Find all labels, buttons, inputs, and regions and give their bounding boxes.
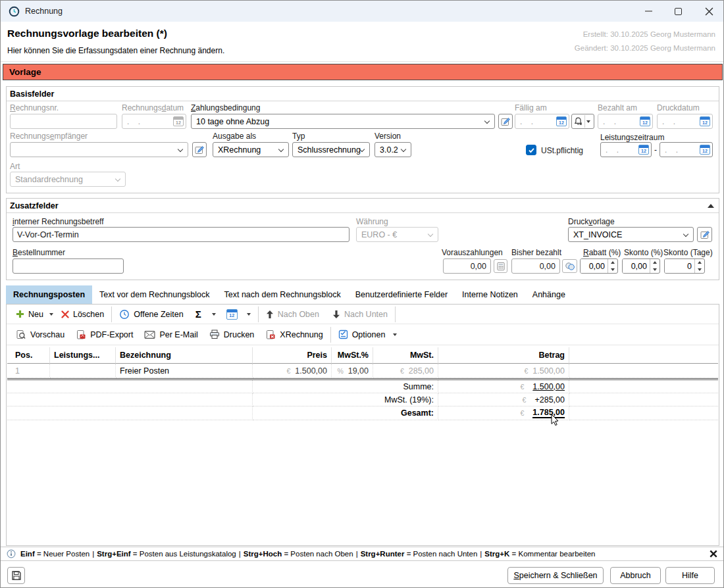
calendar-icon[interactable] [556, 116, 567, 126]
sum-button[interactable]: Σ [192, 306, 220, 322]
spin-buttons[interactable] [650, 259, 659, 273]
art-select[interactable]: Standardrechnung [10, 172, 126, 187]
skonto-pct-input[interactable] [623, 259, 650, 273]
hint-key: Strg+Runter [361, 550, 405, 558]
payments-button[interactable] [562, 259, 577, 273]
offene-zeiten-label: Offene Zeiten [134, 310, 184, 319]
chevron-down-icon [49, 313, 53, 316]
bestellnummer-input[interactable] [13, 258, 124, 274]
cell-spacer [569, 364, 718, 378]
druckvorlage-select[interactable]: XT_INVOICE [568, 227, 694, 242]
skonto-tage-input[interactable] [665, 259, 694, 273]
zahlungsbedingung-select[interactable]: 10 tage ohne Abzug [191, 114, 495, 129]
save-button[interactable] [7, 567, 25, 584]
summe-value-cell: €1.500,00 [438, 380, 569, 393]
ausgabe-als-value: XRechnung [218, 145, 261, 155]
zahlungsbedingung-label: Zahlungsbedingung [191, 103, 260, 112]
rechnungsempfaenger-select[interactable] [10, 142, 188, 157]
loeschen-button[interactable]: Löschen [57, 306, 108, 322]
calendar-icon[interactable] [700, 116, 710, 126]
typ-select[interactable]: Schlussrechnung [292, 142, 370, 157]
druckdatum-field[interactable]: . . [657, 114, 713, 129]
spin-down-icon [653, 268, 657, 271]
mwst-summary-value: +285,00 [534, 395, 565, 404]
faellig-am-field[interactable]: . . [515, 114, 569, 129]
mwst-value: 285,00 [409, 366, 434, 376]
calendar-tool-button[interactable] [222, 306, 255, 322]
per-email-button[interactable]: Per E-Mail [140, 327, 201, 343]
maximize-button[interactable] [665, 1, 690, 22]
pdf-export-button[interactable]: PDF-Export [72, 327, 137, 343]
cell-leistung[interactable] [50, 364, 116, 378]
offene-zeiten-button[interactable]: Offene Zeiten [115, 306, 188, 322]
ust-pflichtig-checkbox[interactable] [526, 145, 536, 155]
calendar-icon[interactable] [173, 116, 184, 126]
drucken-button[interactable]: Drucken [205, 327, 259, 343]
betreff-input[interactable] [13, 227, 349, 242]
col-header-mwst[interactable]: MwSt. [373, 347, 438, 364]
cell-mwst[interactable]: €285,00 [373, 364, 438, 378]
bezahlt-am-field[interactable]: . . [598, 114, 653, 129]
cell-pos[interactable]: 1 [7, 364, 50, 378]
speichern-schliessen-button[interactable]: Speichern & Schließen [507, 567, 604, 584]
waehrung-select[interactable]: EURO - € [356, 227, 438, 242]
nach-unten-button[interactable]: Nach Unten [328, 306, 392, 322]
tab-benutzerdefinierte-felder[interactable]: Benutzerdefinierte Felder [348, 285, 455, 304]
rabatt-spinner[interactable] [580, 258, 618, 274]
cell-preis[interactable]: €1.500,00 [253, 364, 332, 378]
neu-button[interactable]: Neu [12, 306, 57, 322]
bis-placeholder: . . [665, 145, 700, 155]
calendar-icon[interactable] [700, 145, 710, 155]
calendar-icon[interactable] [640, 116, 650, 126]
tab-text-vor-rechnungsblock[interactable]: Text vor dem Rechnungsblock [92, 285, 217, 304]
cell-betrag[interactable]: €1.500,00 [438, 364, 569, 378]
leistungszeitraum-von-field[interactable]: . . [600, 142, 652, 157]
chevron-down-icon [115, 176, 120, 182]
version-select[interactable]: 3.0.2 [375, 142, 411, 157]
bisher-bezahlt-input[interactable] [511, 258, 560, 274]
edit-zahlungsbedingung-button[interactable] [498, 114, 513, 129]
rabatt-input[interactable] [581, 259, 608, 273]
nach-oben-button[interactable]: Nach Oben [262, 306, 323, 322]
col-header-pos[interactable]: Pos. [7, 347, 50, 364]
edit-empfaenger-button[interactable] [192, 142, 207, 157]
optionen-button[interactable]: Optionen [334, 327, 401, 343]
skonto-pct-spinner[interactable] [622, 258, 660, 274]
vorschau-button[interactable]: Vorschau [12, 327, 68, 343]
leistungszeitraum-bis-field[interactable]: . . [659, 142, 713, 157]
abbruch-button[interactable]: Abbruch [610, 567, 661, 584]
col-header-betrag[interactable]: Betrag [438, 347, 569, 364]
hint-close-button[interactable] [710, 550, 717, 558]
hint-desc: = Posten aus Leistungskatalog [133, 550, 236, 558]
tab-anhaenge[interactable]: Anhänge [525, 285, 573, 304]
euro-symbol: € [523, 396, 527, 404]
rechnungsnr-input[interactable] [10, 114, 117, 129]
hilfe-button[interactable]: Hilfe [665, 567, 715, 584]
skonto-tage-spinner[interactable] [664, 258, 705, 274]
vorauszahlungen-input[interactable] [443, 258, 491, 274]
col-header-preis[interactable]: Preis [253, 347, 332, 364]
summe-value: 1.500,00 [532, 382, 565, 391]
calculator-button[interactable] [494, 259, 507, 273]
xrechnung-button[interactable]: XRechnung [261, 327, 326, 343]
tab-rechnungsposten[interactable]: Rechnungsposten [6, 285, 92, 304]
col-header-leistung[interactable]: Leistungs... [50, 347, 116, 364]
collapse-triangle-up-icon[interactable] [708, 204, 714, 208]
euro-symbol: € [400, 367, 404, 375]
col-header-bezeichnung[interactable]: Bezeichnung [116, 347, 253, 364]
cell-mwst-pct[interactable]: %19,00 [332, 364, 373, 378]
calendar-icon[interactable] [638, 145, 649, 155]
spin-buttons[interactable] [608, 259, 617, 273]
tab-interne-notizen[interactable]: Interne Notizen [455, 285, 525, 304]
minimize-button[interactable] [636, 1, 661, 22]
ausgabe-als-select[interactable]: XRechnung [213, 142, 289, 157]
cell-bezeichnung[interactable]: Freier Posten [116, 364, 253, 378]
edit-druckvorlage-button[interactable] [697, 227, 712, 242]
close-button[interactable] [696, 1, 722, 22]
template-banner: Vorlage [3, 64, 723, 80]
reminder-button[interactable] [571, 114, 594, 129]
spin-buttons[interactable] [694, 259, 704, 273]
tab-text-nach-rechnungsblock[interactable]: Text nach dem Rechnungsblock [217, 285, 348, 304]
col-header-mwst-pct[interactable]: MwSt.% [332, 347, 373, 364]
rechnungsdatum-field[interactable]: . . [122, 114, 186, 129]
